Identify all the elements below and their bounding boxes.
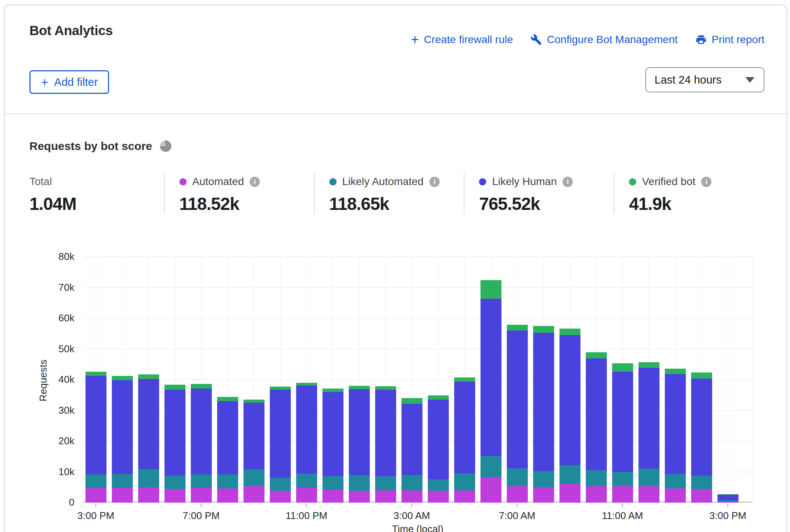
bar-segment-automated xyxy=(691,489,712,503)
bar-segment-verified-bot xyxy=(375,386,396,390)
bar-segment-likely-automated xyxy=(401,475,422,490)
bar-segment-automated xyxy=(638,486,659,503)
bar-segment-likely-automated xyxy=(243,469,264,486)
bar-segment-verified-bot xyxy=(612,363,633,372)
bar[interactable] xyxy=(138,374,159,503)
bar[interactable] xyxy=(401,398,422,503)
gridline-vertical xyxy=(752,257,753,503)
x-tick-label: 7:00 AM xyxy=(479,510,555,522)
bar[interactable] xyxy=(665,369,686,503)
bar-segment-automated xyxy=(191,488,212,503)
x-tick-label: 11:00 PM xyxy=(268,510,345,522)
bar-segment-automated xyxy=(112,488,133,503)
bar-segment-automated xyxy=(454,490,475,503)
bar-segment-verified-bot xyxy=(638,362,659,368)
bar-segment-likely-automated xyxy=(612,472,633,487)
bar[interactable] xyxy=(270,387,291,503)
analytics-card: Bot Analytics + Create firewall rule Con… xyxy=(4,5,787,532)
bar[interactable] xyxy=(691,372,712,503)
bar-segment-likely-automated xyxy=(217,474,238,488)
bar-segment-likely-human xyxy=(85,376,106,474)
bar[interactable] xyxy=(322,389,343,503)
bar-segment-verified-bot xyxy=(533,326,554,333)
bar-segment-verified-bot xyxy=(586,352,607,359)
bar[interactable] xyxy=(638,362,659,503)
bar[interactable] xyxy=(191,384,212,503)
bar-segment-automated xyxy=(401,490,422,503)
bar[interactable] xyxy=(559,329,580,503)
bar-segment-automated xyxy=(322,490,343,503)
bar-segment-likely-automated xyxy=(480,456,501,477)
y-tick-label: 20k xyxy=(5,435,74,447)
bar-segment-verified-bot xyxy=(296,383,317,385)
y-tick-label: 10k xyxy=(5,466,74,478)
bar-segment-automated xyxy=(586,486,607,503)
bar-segment-automated xyxy=(296,488,317,503)
bar-segment-verified-bot xyxy=(507,325,528,330)
bar-segment-likely-human xyxy=(375,390,396,476)
bar-segment-likely-automated xyxy=(164,476,185,489)
bar-segment-likely-automated xyxy=(533,471,554,487)
y-tick-label: 30k xyxy=(5,405,74,416)
bar-segment-verified-bot xyxy=(454,377,475,381)
bar[interactable] xyxy=(533,326,554,503)
chart-plot-area[interactable] xyxy=(83,257,753,503)
gridline-horizontal xyxy=(83,287,753,288)
bar-segment-likely-human xyxy=(507,330,528,468)
bar-segment-verified-bot xyxy=(191,384,212,389)
x-axis-title: Time (local) xyxy=(83,523,753,532)
y-tick-label: 60k xyxy=(5,312,74,324)
gridline-horizontal xyxy=(83,318,753,318)
bar[interactable] xyxy=(480,280,501,503)
bar-segment-likely-human xyxy=(559,335,580,465)
x-tick-mark xyxy=(95,503,96,507)
bar[interactable] xyxy=(349,386,370,503)
bar[interactable] xyxy=(507,325,528,503)
bar-segment-likely-human xyxy=(454,382,475,473)
bar-segment-likely-automated xyxy=(85,474,106,488)
bar-segment-automated xyxy=(375,490,396,503)
bar-segment-likely-human xyxy=(243,403,264,469)
bar-segment-automated xyxy=(138,487,159,503)
x-tick-label: 3:00 AM xyxy=(374,510,450,522)
bar-segment-likely-automated xyxy=(296,474,317,488)
bar[interactable] xyxy=(85,372,106,503)
bar[interactable] xyxy=(217,397,238,503)
x-tick-label: 7:00 PM xyxy=(163,510,239,522)
bar[interactable] xyxy=(717,494,738,503)
x-tick-mark xyxy=(201,503,202,507)
bar-segment-automated xyxy=(480,477,501,503)
bar[interactable] xyxy=(164,385,185,503)
y-tick-label: 40k xyxy=(5,374,74,385)
bar-segment-likely-human xyxy=(480,299,501,456)
bar-segment-likely-human xyxy=(164,390,185,476)
bar-segment-automated xyxy=(665,488,686,503)
y-tick-label: 70k xyxy=(5,282,74,293)
bar[interactable] xyxy=(243,400,264,503)
bar-segment-verified-bot xyxy=(559,329,580,335)
bar-segment-automated xyxy=(428,491,449,503)
x-tick-label: 3:00 PM xyxy=(690,510,766,522)
bar[interactable] xyxy=(612,363,633,503)
bar[interactable] xyxy=(454,377,475,503)
bar-segment-automated xyxy=(164,489,185,503)
bar-segment-verified-bot xyxy=(480,280,501,299)
bar[interactable] xyxy=(586,352,607,503)
bar[interactable] xyxy=(375,386,396,503)
bar-segment-verified-bot xyxy=(665,369,686,374)
bar-segment-likely-automated xyxy=(112,474,133,488)
bar-segment-likely-human xyxy=(717,495,738,500)
bar[interactable] xyxy=(112,376,133,503)
bar-segment-verified-bot xyxy=(243,400,264,403)
bar[interactable] xyxy=(296,383,317,503)
bar-segment-verified-bot xyxy=(112,376,133,380)
bar-segment-likely-automated xyxy=(665,474,686,488)
bar[interactable] xyxy=(428,395,449,503)
bar-segment-automated xyxy=(533,487,554,503)
bar-segment-verified-bot xyxy=(217,397,238,401)
bar-segment-automated xyxy=(507,486,528,503)
bar-segment-likely-human xyxy=(586,358,607,470)
bar-segment-verified-bot xyxy=(428,395,449,400)
bar-segment-likely-automated xyxy=(138,469,159,487)
bar-segment-likely-automated xyxy=(586,470,607,486)
